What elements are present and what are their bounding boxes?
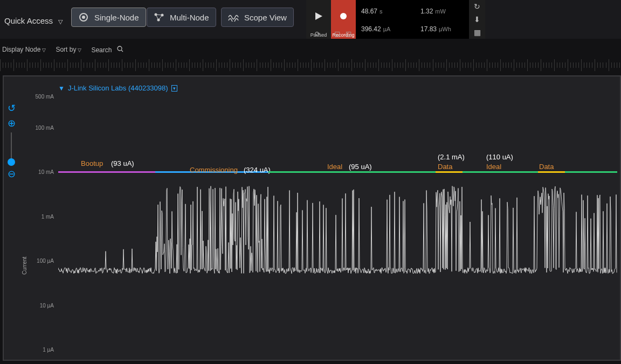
measure-col-1: 48.67s 396.42µA <box>356 0 415 39</box>
segment-bar <box>565 171 617 173</box>
zoom-in-icon[interactable]: ⊕ <box>4 117 18 129</box>
svg-line-6 <box>156 15 158 20</box>
scope-view-label: Scope View <box>244 13 287 22</box>
scope-view-icon <box>228 12 239 23</box>
segment-label: Bootup <box>81 159 103 167</box>
segment-label: Ideal <box>327 163 342 171</box>
device-name-label: J-Link Silicon Labs (440233098) <box>68 84 168 92</box>
sort-by-menu[interactable]: Sort by▽ <box>56 46 81 53</box>
undo-zoom-icon[interactable]: ↺ <box>4 102 18 114</box>
svg-line-11 <box>121 50 123 52</box>
segment-value: (95 uA) <box>349 163 372 171</box>
scope-view-button[interactable]: Scope View <box>221 8 294 27</box>
y-tick: 10 µA <box>32 303 54 309</box>
svg-point-1 <box>82 16 85 19</box>
play-pause-button[interactable]: Paused ⟳ <box>306 0 331 39</box>
segment-label: Data <box>539 163 554 171</box>
triangle-down-icon: ▼ <box>58 85 65 92</box>
zoom-out-icon[interactable]: ⊖ <box>4 168 18 180</box>
multi-node-label: Multi-Node <box>170 13 209 22</box>
play-icon <box>314 0 323 32</box>
segment-value: (324 uA) <box>244 166 271 174</box>
single-node-button[interactable]: Single-Node <box>71 8 146 27</box>
segment-value: (110 uA) <box>486 153 513 161</box>
svg-marker-8 <box>315 12 322 20</box>
segment-bar <box>436 171 463 173</box>
segment-value: (2.1 mA) <box>438 153 465 161</box>
chevron-down-icon: ▽ <box>58 18 63 25</box>
record-icon <box>339 0 348 32</box>
record-button[interactable]: Recording ◱◲ <box>331 0 356 39</box>
download-icon[interactable]: ⬇ <box>474 15 480 24</box>
search-icon <box>117 46 123 54</box>
segment-bar <box>58 171 155 173</box>
single-node-label: Single-Node <box>94 13 139 22</box>
segment-label: Data <box>438 163 452 171</box>
grid-icon[interactable]: ▦ <box>474 28 481 37</box>
y-tick: 100 µA <box>32 258 54 264</box>
segment-value: (93 uA) <box>111 159 134 167</box>
svg-point-9 <box>340 13 347 19</box>
segment-bar <box>538 171 565 173</box>
y-tick: 1 mA <box>32 214 54 220</box>
quick-access-menu[interactable]: Quick Access ▽ <box>4 16 63 25</box>
y-tick: 1 µA <box>32 347 54 353</box>
segment-label: Ideal <box>486 163 501 171</box>
quick-access-label: Quick Access <box>4 16 53 25</box>
zoom-slider[interactable] <box>11 132 12 166</box>
svg-line-7 <box>158 15 162 20</box>
segment-bar <box>268 171 436 173</box>
timeline-ruler[interactable] <box>0 59 621 71</box>
current-waveform-plot[interactable] <box>58 97 617 361</box>
y-tick: 10 mA <box>32 169 54 175</box>
measure-col-2: 1.32mW 17.83µWh <box>415 0 469 39</box>
display-node-menu[interactable]: Display Node▽ <box>2 46 46 53</box>
y-tick: 100 mA <box>32 125 54 131</box>
zoom-slider-knob[interactable] <box>8 158 15 166</box>
history-icon[interactable]: ↻ <box>474 2 480 11</box>
device-dropdown-icon[interactable]: ▾ <box>171 85 177 92</box>
loop-play-icon[interactable]: ⟳ <box>315 30 320 38</box>
segment-bar <box>463 171 538 173</box>
y-tick: 500 mA <box>32 94 54 100</box>
y-axis-label: Current <box>22 257 27 275</box>
sq-b-icon[interactable]: ◲ <box>346 30 351 38</box>
svg-point-10 <box>118 46 122 51</box>
single-node-icon <box>78 12 89 23</box>
multi-node-icon <box>154 12 164 23</box>
sq-a-icon[interactable]: ◱ <box>334 30 340 38</box>
segment-label: Commissioning <box>190 166 238 174</box>
multi-node-button[interactable]: Multi-Node <box>147 8 216 27</box>
device-header[interactable]: ▼ J-Link Silicon Labs (440233098) ▾ <box>58 84 177 92</box>
search-box[interactable]: Search <box>91 46 123 54</box>
